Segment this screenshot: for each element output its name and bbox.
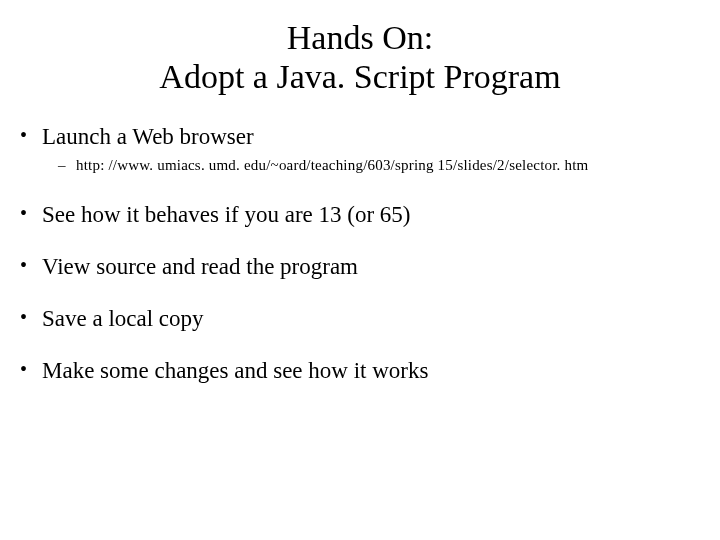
sub-bullet-list: http: //www. umiacs. umd. edu/~oard/teac…: [42, 156, 720, 176]
bullet-item: Make some changes and see how it works: [18, 358, 720, 384]
title-line-2: Adopt a Java. Script Program: [0, 57, 720, 96]
bullet-text: View source and read the program: [42, 254, 358, 279]
title-line-1: Hands On:: [0, 18, 720, 57]
bullet-text: Launch a Web browser: [42, 124, 254, 149]
bullet-item: See how it behaves if you are 13 (or 65): [18, 202, 720, 228]
bullet-list: Launch a Web browser http: //www. umiacs…: [0, 124, 720, 384]
bullet-text: Make some changes and see how it works: [42, 358, 428, 383]
bullet-item: Launch a Web browser http: //www. umiacs…: [18, 124, 720, 176]
bullet-text: See how it behaves if you are 13 (or 65): [42, 202, 411, 227]
bullet-item: Save a local copy: [18, 306, 720, 332]
slide-title: Hands On: Adopt a Java. Script Program: [0, 18, 720, 96]
bullet-item: View source and read the program: [18, 254, 720, 280]
bullet-text: Save a local copy: [42, 306, 204, 331]
sub-bullet-item: http: //www. umiacs. umd. edu/~oard/teac…: [58, 156, 720, 176]
sub-bullet-text: http: //www. umiacs. umd. edu/~oard/teac…: [76, 157, 588, 173]
